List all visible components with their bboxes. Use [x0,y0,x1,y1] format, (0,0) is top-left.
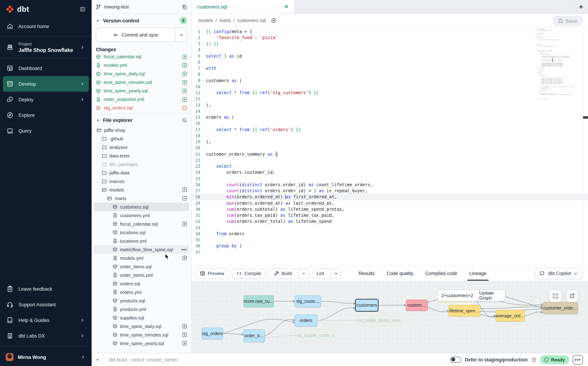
stage-plus-icon[interactable] [182,71,187,76]
file--github[interactable]: .github [94,134,189,143]
code-editor[interactable]: 1{{ config(meta = {2 'favorite_food': 'p… [192,27,588,266]
code-line-13[interactable]: 13), [192,102,588,108]
close-tab-icon[interactable]: ✕ [284,4,289,10]
code-line-17[interactable]: 17 select * from {{ ref('orders') }} [192,127,588,133]
code-line-10[interactable]: 10 [192,84,588,90]
build-options-caret[interactable] [299,268,309,278]
stage-plus-icon[interactable] [182,63,187,68]
dots-icon[interactable]: ••• [181,247,187,252]
dot-icon[interactable] [182,196,187,201]
sidebar-item-leave-feedback[interactable]: Leave feedback [0,281,92,297]
file-order-items-yml[interactable]: order_items.yml [94,271,189,279]
code-line-28[interactable]: 28 min(orders.ordered_at) as first_order… [192,194,588,200]
file-products-yml[interactable]: products.yml [94,305,189,313]
lineage-node-lifetime_spend[interactable]: lifetime_spen… [448,305,480,317]
sidebar-item-dashboard[interactable]: Dashboard [0,61,92,76]
code-line-37[interactable]: 37 [192,249,588,255]
preview-button[interactable]: Preview [195,268,229,279]
defer-toggle[interactable] [450,357,461,363]
code-line-1[interactable]: 1{{ config(meta = { [192,28,588,35]
code-line-3[interactable]: 3}) }} [192,41,588,47]
code-line-29[interactable]: 29 max(orders.ordered_at) as last_ordere… [192,200,588,206]
changed-file-models-yml[interactable]: models.yml [96,61,187,69]
file-time-spine-yearly-sql[interactable]: time_spine_yearly.sql [94,339,189,348]
sidebar-item-develop[interactable]: Develop [3,76,89,92]
file-jaffle-data[interactable]: jaffle-data [94,168,189,177]
changed-file-time-spine-daily-sql[interactable]: time_spine_daily.sql [96,70,187,78]
code-line-23[interactable]: 23 select [192,163,588,169]
changed-file-fiscal-calendar-sql[interactable]: fiscal_calendar.sql [96,53,187,61]
plus-icon[interactable] [182,341,187,346]
stage-plus-icon[interactable] [182,80,187,85]
search-icon[interactable] [182,117,187,123]
lineage-node-ecom_raw[interactable]: ecom.raw_cu… [244,295,274,307]
code-line-5[interactable]: 5select 1 as id [192,53,588,59]
code-line-15[interactable]: 15orders as ( [192,114,588,121]
build-button[interactable]: Build [269,268,309,279]
file-metricflow-time-spine-sql[interactable]: metricflow_time_spine.sql••• [94,245,189,254]
lineage-node-test_supply[interactable]: test_supply_costs_s… [297,329,335,342]
code-line-24[interactable]: 24 orders.customer_id, [192,169,588,176]
stage-plus-icon[interactable] [182,88,187,93]
save-button[interactable]: Save [553,16,582,26]
changed-file-stg-orders-sql[interactable]: stg_orders.sql [96,104,187,112]
chevron-down-icon[interactable] [96,18,100,23]
file-customers-yml[interactable]: customers.yml [94,211,189,220]
file-orders-sql[interactable]: orders.sql [94,279,189,288]
lineage-node-orders[interactable]: orders [295,314,317,327]
explore-compass-icon[interactable] [271,18,277,23]
dbt-copilot-button[interactable]: dbt Copilot [535,268,582,279]
code-line-11[interactable]: 11 select * from {{ ref('stg_customers')… [192,90,588,96]
sidebar-item-help-guides[interactable]: Help & Guides [0,312,92,328]
sidebar-project[interactable]: Project Jaffle Shop Snowflake [0,39,92,56]
lineage-node-stg_customers[interactable]: stg_custo… [295,295,321,307]
breadcrumb-marts[interactable]: marts [219,18,231,23]
code-line-9[interactable]: 9customers as ( [192,77,588,84]
file-customers-sql[interactable]: customers.sql [94,203,189,211]
scrollbar-thumb[interactable] [583,116,588,119]
code-line-12[interactable]: 12 [192,96,588,102]
stage-plus-icon[interactable] [182,54,187,59]
file-supplies-sql[interactable]: supplies.sql [94,313,189,322]
lineage-node-order_items[interactable]: order_it… [244,329,265,342]
sidebar-item-support-assistant[interactable]: Support Assistant [0,297,92,312]
lineage-node-customer_orders[interactable]: customer_orde… [543,302,578,314]
file-order-items-sql[interactable]: order_items.sql [94,262,189,271]
lineage-node-custom_pink[interactable]: custom… [406,299,428,311]
code-line-6[interactable]: 6 [192,59,588,65]
stage-plus-icon[interactable] [182,97,187,102]
file-models[interactable]: models [94,185,189,194]
lint-button[interactable]: Lint [312,268,341,279]
lineage-selector[interactable]: 2+customers+2 Update Graph [438,290,506,301]
file-fiscal-calendar-sql[interactable]: fiscal_calendar.sql [94,220,189,228]
more-options-button[interactable]: ••• [573,355,583,364]
tab-customers-sql[interactable]: customers.sql ✕ [192,0,295,14]
dot-icon[interactable] [182,187,187,192]
code-line-8[interactable]: 8 [192,71,588,78]
commit-options-caret[interactable] [175,28,187,42]
stage-minus-icon[interactable] [182,105,187,110]
lineage-node-test_order_items[interactable]: test_order_items_com… [358,314,403,327]
code-line-27[interactable]: 27 count(distinct orders.order_id) > 1 a… [192,188,588,194]
file-products-sql[interactable]: products.sql [94,296,189,305]
compile-button[interactable]: Compile [232,268,266,279]
file-time-spine-daily-sql[interactable]: time_spine_daily.sql [94,322,189,330]
lineage-node-customers[interactable]: customers [355,299,379,312]
tab-lineage[interactable]: Lineage [469,266,486,281]
code-line-25[interactable]: 25 [192,175,588,182]
copy-branch-icon[interactable] [182,4,187,9]
code-line-21[interactable]: 21customer_orders_summary as ( [192,151,588,157]
sidebar-collapse-icon[interactable] [80,6,86,12]
lineage-selector-input[interactable]: 2+customers+2 [438,290,479,301]
code-line-36[interactable]: 36 group by 1 [192,243,588,249]
code-line-31[interactable]: 31 sum(orders.tax_paid) as lifetime_tax_… [192,212,588,219]
changed-file-time-spine-minutes-sql[interactable]: time_spine_minutes.sql [96,78,187,86]
tab-code-quality[interactable]: Code quality [387,266,413,281]
code-line-4[interactable]: 4 [192,47,588,53]
lineage-panel[interactable]: ecom.raw_cu…stg_custo…customerscustom…co… [192,281,588,353]
code-line-33[interactable]: 33 [192,225,588,231]
sidebar-item-dbt-labs-dx[interactable]: dbt Labs DX [0,328,92,344]
chevron-down-icon[interactable] [96,118,100,122]
lint-options-caret[interactable] [331,268,341,278]
code-line-14[interactable]: 14 [192,108,588,114]
